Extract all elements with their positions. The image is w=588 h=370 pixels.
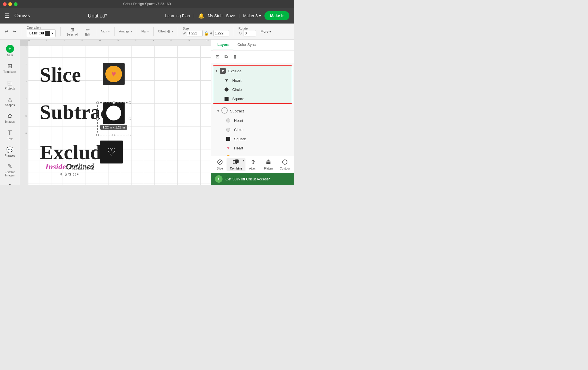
select-all-icon: ⊞ [70, 27, 74, 32]
undo-button[interactable]: ↩ [3, 28, 9, 35]
square-thumb [224, 96, 229, 102]
sidebar-item-projects[interactable]: ◱ Projects [1, 77, 19, 92]
layer-item-square[interactable]: Square [213, 94, 292, 103]
sidebar-item-new[interactable]: + New [1, 42, 19, 59]
sel-handle-mr[interactable] [129, 118, 131, 120]
subtract-group-name: Subtract [230, 109, 244, 113]
chevron-down-icon: ▾ [216, 69, 217, 73]
svg-marker-10 [267, 159, 270, 161]
attach-button[interactable]: Attach [245, 158, 260, 171]
color-swatch[interactable] [45, 31, 50, 36]
hamburger-icon[interactable]: ☰ [5, 12, 10, 19]
save-button[interactable]: Save [226, 13, 235, 18]
layer-item-heart[interactable]: ♥ Heart [213, 76, 292, 85]
rotate-input[interactable] [243, 30, 256, 36]
layer-item-subtract-circle2[interactable]: Circle [215, 153, 290, 156]
edit-button[interactable]: ✏ Edit [84, 26, 91, 37]
make-it-button[interactable]: Make It [264, 11, 289, 20]
select-all-button[interactable]: ⊞ Select All [65, 26, 79, 37]
sidebar-item-label: Editable Images [3, 171, 17, 177]
sidebar-item-images[interactable]: ✿ Images [1, 110, 19, 126]
right-panel: Layers Color Sync ⊡ ⧉ 🗑 ▾ ♥ [211, 40, 294, 185]
subtract-group-header[interactable]: ▾ Subtract [215, 106, 290, 116]
duplicate-button[interactable]: ⊡ [214, 53, 220, 61]
arrange-group: Arrange ▾ [119, 30, 132, 33]
redo-button[interactable]: ↪ [11, 28, 17, 35]
sidebar-item-shapes[interactable]: △ Shapes [1, 94, 19, 109]
svg-rect-9 [266, 163, 270, 164]
sidebar-item-upload[interactable]: ⬆ Upload [1, 180, 19, 185]
main-layout: + New ⊞ Templates ◱ Projects △ Shapes ✿ … [0, 40, 294, 185]
sel-handle-tr[interactable] [129, 102, 131, 104]
exclude-group: ▾ ♥ Exclude ♥ Heart [213, 65, 292, 104]
more-button[interactable]: More ▾ [261, 30, 271, 34]
shape-slice[interactable]: ♥ [103, 63, 125, 85]
slice-button[interactable]: Slice [213, 158, 227, 171]
width-input[interactable] [187, 30, 203, 36]
combine-button-wrapper: Combine ▾ [227, 158, 246, 171]
shape-exclude-heart: ♡ [107, 147, 116, 157]
contour-button[interactable]: Contour [276, 158, 293, 171]
chevron-down-icon: ▾ [108, 30, 110, 33]
sidebar-item-phrases[interactable]: 💬 Phrases [1, 144, 19, 159]
layer-name: Circle [234, 128, 243, 132]
sel-handle-bm[interactable] [113, 134, 115, 136]
divider [153, 27, 154, 36]
shape-subtract-circle [106, 106, 121, 120]
divider [114, 27, 115, 36]
slice-icon [217, 159, 223, 166]
heart-light-thumb [225, 118, 231, 123]
bell-icon[interactable]: 🔔 [198, 13, 204, 19]
slice-text[interactable]: Slice [40, 63, 81, 87]
tab-color-sync[interactable]: Color Sync [233, 40, 260, 50]
right-panel-tabs: Layers Color Sync [211, 40, 294, 50]
subtract-group-icon [221, 108, 228, 114]
divider [178, 27, 178, 36]
sidebar-item-templates[interactable]: ⊞ Templates [1, 60, 19, 76]
layer-item-circle[interactable]: Circle [213, 85, 292, 94]
edit-icon: ✏ [86, 27, 90, 32]
operation-selector[interactable]: Basic Cut ▾ [27, 29, 56, 37]
circle-thumb [224, 87, 229, 92]
layer-item-subtract-heart2[interactable]: ♥ Heart [215, 143, 290, 153]
operation-group: Operation Basic Cut ▾ [27, 26, 56, 37]
delete-layers-button[interactable]: 🗑 [232, 53, 239, 61]
my-stuff-link[interactable]: My Stuff [208, 13, 223, 18]
copy-layers-button[interactable]: ⧉ [223, 53, 229, 61]
window-controls[interactable] [3, 2, 18, 6]
minimize-button[interactable] [8, 2, 12, 6]
shape-subtract[interactable]: 1.22 in x 1.22 in [103, 102, 125, 130]
tab-layers[interactable]: Layers [213, 40, 233, 50]
layer-item-subtract-circle[interactable]: Circle [215, 125, 290, 134]
size-tooltip: 1.22 in x 1.22 in [100, 125, 127, 130]
layer-name: Square [232, 97, 244, 101]
machine-selector[interactable]: Maker 3 ▾ [243, 13, 261, 18]
shape-exclude[interactable]: ♡ [100, 141, 123, 163]
sel-handle-bl[interactable] [96, 134, 99, 136]
flatten-button[interactable]: Flatten [261, 158, 276, 171]
sidebar-item-label: Text [7, 137, 12, 141]
combine-button[interactable]: Combine [227, 158, 246, 171]
sidebar-item-editable[interactable]: ✎ Editable Images [1, 161, 19, 179]
lock-icon[interactable]: 🔒 [204, 31, 209, 36]
sel-handle-br[interactable] [129, 134, 131, 136]
align-group: Align ▾ [101, 30, 110, 33]
layer-item-subtract-heart1[interactable]: Heart [215, 116, 290, 125]
learning-plan-link[interactable]: Learning Plan [165, 13, 190, 18]
combine-dropdown-icon[interactable]: ▾ [243, 159, 244, 162]
exclude-group-header[interactable]: ▾ ♥ Exclude [213, 66, 292, 76]
subtract-group: ▾ Subtract Heart [213, 105, 292, 156]
ad-bar[interactable]: ✦ Get 50% off Cricut Access* [211, 173, 294, 185]
sidebar-item-text[interactable]: T Text [1, 127, 19, 143]
size-group: Size W 🔒 H [183, 27, 229, 36]
svg-text:♥: ♥ [222, 69, 224, 73]
phrases-icon: 💬 [6, 146, 13, 153]
canvas-area[interactable]: 0 1 2 3 4 5 6 7 8 9 10 11 12 13 1 2 3 [20, 40, 211, 185]
maximize-button[interactable] [14, 2, 18, 6]
close-button[interactable] [3, 2, 7, 6]
svg-rect-7 [266, 161, 270, 161]
watermark-inside: Inside [45, 162, 66, 171]
height-input[interactable] [213, 30, 229, 36]
shape-slice-bg: ♥ [103, 63, 125, 85]
layer-item-subtract-square[interactable]: Square [215, 134, 290, 143]
